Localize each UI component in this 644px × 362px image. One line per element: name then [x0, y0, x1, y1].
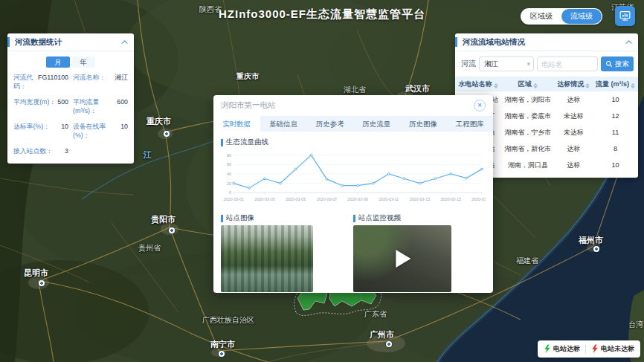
modal-tab[interactable]: 历史图像 [400, 116, 447, 132]
video-section-title: 站点监控视频 [353, 213, 486, 223]
sortable-column-header[interactable]: 水电站名称 [455, 77, 501, 91]
period-tab[interactable]: 年 [71, 56, 95, 68]
search-button[interactable]: 搜索 [601, 56, 634, 71]
top-bar: HZInfo3000-EF生态流量智慧监管平台 区域级流域级 [0, 0, 644, 28]
monitor-button[interactable] [615, 6, 635, 26]
city-marker-icon [164, 131, 170, 137]
modal-tab[interactable]: 基础信息 [260, 116, 307, 132]
image-section-title: 站点图像 [221, 213, 353, 223]
chevron-down-icon: ▾ [527, 57, 530, 71]
play-icon[interactable] [396, 250, 410, 268]
svg-text:2020-03-11: 2020-03-11 [379, 197, 399, 201]
svg-text:2020-03-07: 2020-03-07 [317, 197, 337, 201]
svg-text:40: 40 [227, 172, 231, 176]
station-video[interactable] [353, 225, 451, 292]
sortable-column-header[interactable]: 达标情况 [555, 77, 593, 91]
city-marker-icon [39, 280, 45, 286]
modal-tab[interactable]: 工程图库 [446, 116, 493, 132]
stat-field: 平均流量(m³/s)：600 [73, 98, 128, 116]
legend-item: 电站达标 [544, 344, 580, 354]
city-marker-icon [386, 341, 392, 347]
svg-text:2020-03-15: 2020-03-15 [441, 197, 461, 201]
chart-monitor-icon [619, 10, 631, 22]
stat-field: 河流代码：FG110100 [13, 74, 68, 91]
stations-panel-title: 河流流域电站情况 [463, 37, 628, 48]
modal-title: 浏阳市第一电站 [221, 100, 474, 111]
svg-text:2020-03-09: 2020-03-09 [347, 197, 367, 201]
river-select[interactable]: 湘江 ▾ [479, 56, 534, 71]
modal-tab[interactable]: 实时数据 [213, 116, 260, 132]
svg-text:2020-03-01: 2020-03-01 [223, 197, 243, 201]
svg-text:2020-03-03: 2020-03-03 [254, 197, 274, 201]
svg-text:20: 20 [227, 181, 231, 186]
svg-text:2020-03-05: 2020-03-05 [286, 197, 306, 201]
svg-text:60: 60 [227, 162, 231, 167]
chart-section-title: 生态流量曲线 [221, 138, 486, 147]
period-tab[interactable]: 月 [46, 56, 70, 68]
stat-field: 接入站点数：3 [13, 147, 68, 156]
city-marker-icon [169, 227, 175, 233]
section-accent-bar [221, 215, 223, 222]
river-stats-title: 河流数据统计 [15, 37, 123, 48]
svg-text:0: 0 [229, 190, 231, 195]
stat-field: 达标率(%)：10 [13, 123, 68, 140]
section-accent-bar [353, 215, 355, 222]
legend-item: 电站未达标 [591, 344, 634, 354]
stat-field: 设备在线率(%)：10 [73, 123, 128, 140]
modal-tab-bar: 实时数据基础信息历史参考历史流量历史图像工程图库 [213, 116, 493, 132]
river-stats-fields: 河流代码：FG110100河流名称：湘江平均宽度(m)：500平均流量(m³/s… [7, 71, 134, 164]
stat-field: 平均宽度(m)：500 [13, 98, 68, 116]
map-legend: 电站达标 电站未达标 [538, 340, 640, 358]
app-root: 陕西省江苏省重庆市湖北省武汉市重庆市长江贵阳市贵州省昆明市广西壮族自治区南宁市广… [0, 0, 644, 362]
river-stats-panel: 河流数据统计 月年 河流代码：FG110100河流名称：湘江平均宽度(m)：50… [7, 33, 134, 164]
level-toggle[interactable]: 区域级流域级 [521, 8, 602, 25]
sortable-column-header[interactable]: 流量 (m³/s) [593, 77, 638, 91]
sort-arrows-icon [533, 83, 538, 88]
station-detail-modal: 浏阳市第一电站 ✕ 实时数据基础信息历史参考历史流量历史图像工程图库 生态流量曲… [213, 95, 493, 293]
close-icon[interactable]: ✕ [474, 100, 486, 111]
eco-flow-chart: 0204060802020-03-012020-03-032020-03-052… [221, 149, 486, 209]
sort-arrows-icon [494, 83, 498, 88]
section-accent-bar [221, 139, 223, 146]
period-tabs: 月年 [7, 56, 134, 68]
stat-field: 河流名称：湘江 [73, 74, 128, 91]
city-marker-icon [593, 246, 599, 252]
sort-arrows-icon [631, 83, 635, 88]
sort-arrows-icon [585, 83, 590, 88]
river-filter-label: 河流 [461, 59, 476, 69]
station-photo [221, 225, 313, 292]
station-search-input[interactable] [537, 56, 598, 71]
svg-text:2020-03-17: 2020-03-17 [471, 197, 486, 201]
level-option[interactable]: 区域级 [521, 9, 561, 24]
svg-text:2020-03-13: 2020-03-13 [410, 197, 430, 201]
level-option[interactable]: 流域级 [561, 9, 602, 24]
svg-text:80: 80 [227, 153, 231, 158]
lightning-icon [544, 344, 551, 354]
modal-tab[interactable]: 历史参考 [306, 116, 353, 132]
search-icon [605, 60, 613, 68]
city-marker-icon [219, 351, 225, 357]
sortable-column-header[interactable]: 区域 [501, 77, 555, 91]
modal-tab[interactable]: 历史流量 [353, 116, 400, 132]
lightning-icon [591, 344, 599, 354]
